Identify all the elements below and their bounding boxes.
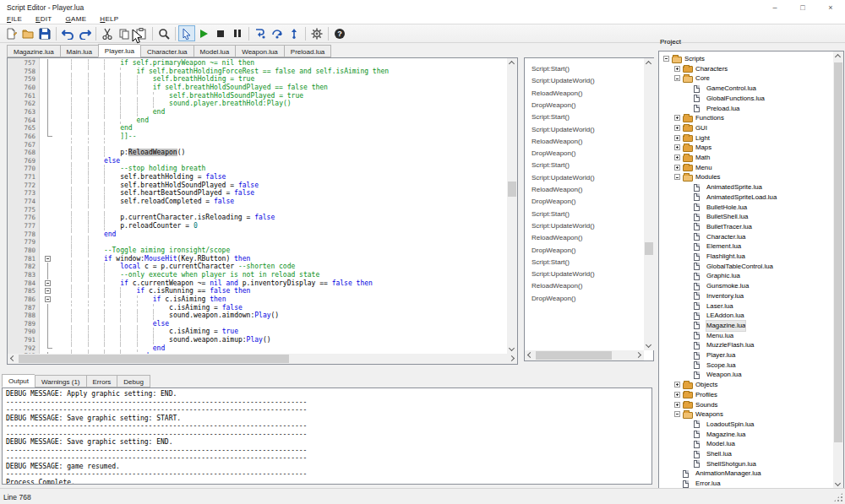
menu-edit[interactable]: EDIT bbox=[35, 15, 52, 23]
tree-item-bulletshell-lua[interactable]: BulletShell.lua bbox=[659, 212, 843, 222]
tree-item-element-lua[interactable]: Element.lua bbox=[659, 241, 843, 252]
code-line[interactable]: self.reloadCompleted = false bbox=[55, 198, 505, 206]
editor-vertical-scrollbar[interactable] bbox=[507, 58, 517, 354]
redo-button[interactable] bbox=[76, 25, 93, 41]
file-tab-player.lua[interactable]: Player.lua bbox=[98, 44, 140, 57]
tree-item-profiles[interactable]: Profiles bbox=[659, 390, 843, 400]
editor-vscroll-thumb[interactable] bbox=[508, 182, 516, 197]
tree-item-shell-lua[interactable]: Shell.lua bbox=[659, 449, 843, 459]
pointer-mode-button[interactable] bbox=[178, 25, 195, 41]
code-line[interactable]: self.heartBeatSoundPlayed = false bbox=[55, 189, 505, 198]
file-tab-model.lua[interactable]: Model.lua bbox=[194, 45, 236, 57]
step-over-button[interactable] bbox=[269, 25, 286, 41]
close-button[interactable]: × bbox=[818, 0, 843, 15]
tree-item-globalfunctions-lua[interactable]: GlobalFunctions.lua bbox=[659, 94, 843, 104]
code-line[interactable]: sound.weapon.aimdown:Play() bbox=[55, 312, 505, 320]
expand-icon[interactable] bbox=[674, 402, 680, 408]
expand-icon[interactable] bbox=[674, 66, 680, 72]
events-horizontal-scrollbar[interactable] bbox=[525, 350, 644, 360]
tree-item-functions[interactable]: Functions bbox=[659, 113, 843, 123]
code-line[interactable]: end bbox=[55, 117, 505, 125]
cut-button[interactable] bbox=[99, 25, 116, 41]
tree-item-characters[interactable]: Characters bbox=[659, 64, 843, 74]
code-line[interactable]: sound.player.breathHold:Play() bbox=[55, 100, 505, 108]
tree-item-light[interactable]: Light bbox=[659, 133, 843, 144]
tree-item-sounds[interactable]: Sounds bbox=[659, 400, 843, 410]
expand-icon[interactable] bbox=[674, 154, 680, 160]
expand-icon[interactable] bbox=[674, 382, 680, 387]
expand-icon[interactable] bbox=[674, 115, 680, 121]
tree-item-flashlight-lua[interactable]: Flashlight.lua bbox=[659, 252, 843, 262]
help-button[interactable]: ? bbox=[331, 25, 348, 41]
code-line[interactable]: --stop holding breath bbox=[55, 165, 505, 173]
tree-item-animationmanager-lua[interactable]: AnimationManager.lua bbox=[659, 469, 843, 479]
event-list-item[interactable]: Script:Start() bbox=[532, 111, 570, 123]
tree-item-modules[interactable]: Modules bbox=[659, 172, 843, 182]
tree-item-bullethole-lua[interactable]: BulletHole.lua bbox=[659, 203, 843, 213]
file-tab-main.lua[interactable]: Main.lua bbox=[60, 45, 98, 57]
code-line[interactable]: end bbox=[55, 108, 505, 117]
code-line[interactable]: c.isAiming = true bbox=[55, 328, 505, 336]
tree-item-muzzleflash-lua[interactable]: MuzzleFlash.lua bbox=[659, 340, 843, 350]
code-line[interactable]: p.reloadCounter = 0 bbox=[55, 222, 505, 230]
code-line[interactable]: if self.primaryWeapon ~= nil then bbox=[55, 59, 505, 68]
tree-item-shellshotgun-lua[interactable]: ShellShotgun.lua bbox=[659, 459, 843, 469]
tree-item-weapon-lua[interactable]: Weapon.lua bbox=[659, 370, 843, 380]
event-list-item[interactable]: ReloadWeapon() bbox=[532, 184, 582, 196]
scroll-down-icon[interactable] bbox=[835, 480, 841, 486]
collapse-icon[interactable] bbox=[674, 411, 680, 417]
output-tab-debug[interactable]: Debug bbox=[117, 375, 150, 387]
code-line[interactable]: self.breathHoldSoundPlayed = false bbox=[55, 182, 505, 190]
fold-collapse-icon[interactable] bbox=[45, 280, 51, 286]
code-line[interactable]: if c.isRunning == false then bbox=[55, 287, 505, 295]
code-line[interactable]: else bbox=[55, 320, 505, 328]
code-line[interactable]: --Toggle aiming ironsight/scope bbox=[55, 247, 505, 255]
tree-item-maps[interactable]: Maps bbox=[659, 143, 843, 153]
scroll-down-icon[interactable] bbox=[646, 342, 651, 348]
tree-item-animatedsprite-lua[interactable]: AnimatedSprite.lua bbox=[659, 182, 843, 192]
event-list-item[interactable]: DropWeapon() bbox=[532, 196, 575, 208]
output-tab-warnings[interactable]: Warnings (1) bbox=[35, 375, 86, 387]
tree-item-objects[interactable]: Objects bbox=[659, 380, 843, 390]
menu-help[interactable]: HELP bbox=[100, 15, 118, 23]
menu-file[interactable]: FILE bbox=[7, 15, 22, 23]
project-vertical-scrollbar[interactable] bbox=[833, 51, 843, 489]
tree-item-globaltablecontrol-lua[interactable]: GlobalTableControl.lua bbox=[659, 262, 843, 272]
event-list-item[interactable]: Script:UpdateWorld() bbox=[532, 220, 595, 232]
scroll-right-icon[interactable] bbox=[635, 352, 641, 358]
code-line[interactable] bbox=[55, 206, 505, 214]
editor-horizontal-scrollbar[interactable] bbox=[8, 354, 517, 364]
tree-item-animatedspriteload-lua[interactable]: AnimatedSpriteLoad.lua bbox=[659, 192, 843, 203]
menu-game[interactable]: GAME bbox=[66, 15, 87, 23]
event-list-item[interactable]: DropWeapon() bbox=[532, 100, 575, 111]
minimize-button[interactable]: – bbox=[762, 0, 788, 15]
tree-item-loadoutspin-lua[interactable]: LoadoutSpin.lua bbox=[659, 420, 843, 430]
tree-item-gamecontrol-lua[interactable]: GameControl.lua bbox=[659, 84, 843, 94]
code-line[interactable]: --only execute when player is not in rel… bbox=[55, 271, 505, 279]
open-button[interactable] bbox=[19, 25, 36, 41]
collapse-icon[interactable] bbox=[663, 56, 669, 62]
event-list-item[interactable]: DropWeapon() bbox=[532, 293, 575, 305]
expand-icon[interactable] bbox=[674, 392, 680, 398]
tree-item-graphic-lua[interactable]: Graphic.lua bbox=[659, 271, 843, 281]
maximize-button[interactable]: □ bbox=[790, 0, 815, 15]
code-line[interactable]: end bbox=[55, 230, 505, 239]
event-list-item[interactable]: Script:Start() bbox=[532, 160, 570, 171]
event-list-item[interactable]: Script:UpdateWorld() bbox=[532, 124, 595, 136]
fold-collapse-icon[interactable] bbox=[45, 296, 51, 302]
fold-margin[interactable] bbox=[41, 58, 55, 354]
run-button[interactable] bbox=[195, 25, 212, 41]
events-hscroll-thumb[interactable] bbox=[536, 351, 612, 360]
tree-item-core[interactable]: Core bbox=[659, 73, 843, 84]
expand-icon[interactable] bbox=[674, 135, 680, 141]
scroll-left-icon[interactable] bbox=[10, 355, 16, 361]
tree-item-menu-lua[interactable]: Menu.lua bbox=[659, 331, 843, 341]
output-tab-errors[interactable]: Errors bbox=[86, 375, 117, 387]
step-out-button[interactable] bbox=[286, 25, 303, 41]
code-line[interactable] bbox=[55, 238, 505, 247]
scroll-down-icon[interactable] bbox=[509, 345, 515, 351]
tree-item-model-lua[interactable]: Model.lua bbox=[659, 439, 843, 449]
tree-item-weapons[interactable]: Weapons bbox=[659, 409, 843, 420]
tree-item-preload-lua[interactable]: Preload.lua bbox=[659, 104, 843, 114]
code-line[interactable]: if self.breathHoldingForceRest == false … bbox=[55, 68, 505, 76]
